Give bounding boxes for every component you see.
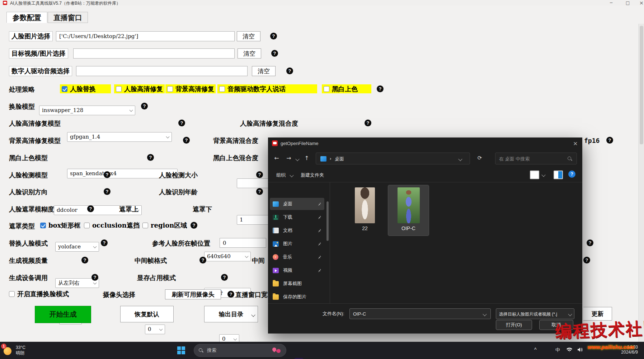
audio-drive-input[interactable] bbox=[76, 66, 248, 76]
restore-defaults-button[interactable]: 恢复默认 bbox=[120, 306, 174, 322]
help-strategy-icon[interactable]: ? bbox=[377, 85, 384, 92]
sidebar-item-saved-pictures[interactable]: 保存的图片 bbox=[270, 291, 324, 303]
open-button[interactable]: 打开(O) bbox=[496, 320, 532, 330]
clear-target-video-button[interactable]: 清空 bbox=[238, 48, 261, 59]
preview-pane-icon[interactable] bbox=[554, 171, 563, 179]
speaker-icon[interactable] bbox=[577, 347, 583, 354]
help-mid-frame-icon[interactable]: ? bbox=[199, 257, 206, 264]
clear-audio-button[interactable]: 清空 bbox=[252, 66, 276, 76]
help-cut-icon[interactable]: ? bbox=[583, 257, 590, 264]
wifi-icon[interactable] bbox=[566, 347, 573, 354]
tray-chevron-icon[interactable]: ^ bbox=[534, 347, 537, 353]
help-colorize-icon[interactable]: ? bbox=[147, 154, 154, 161]
live-swap-checkbox[interactable]: 开启直播换脸模式 bbox=[9, 289, 69, 298]
help-replace-mode-icon[interactable]: ? bbox=[101, 239, 108, 246]
tab-live-window[interactable]: 直播窗口 bbox=[48, 12, 88, 23]
help-reference-frame-icon[interactable]: ? bbox=[587, 239, 593, 246]
nav-up-icon[interactable]: ↑ bbox=[302, 155, 311, 162]
filename-combo[interactable]: OIP-C bbox=[349, 308, 491, 319]
address-dropdown-chevron-icon[interactable] bbox=[458, 157, 462, 161]
strategy-audio-digital-human[interactable]: 音频驱动数字人说话 bbox=[217, 84, 317, 93]
sidebar-item-music[interactable]: ♪ 音乐 bbox=[270, 251, 324, 263]
minimize-button[interactable]: ─ bbox=[610, 0, 612, 5]
mask-type-box[interactable]: box矩形框 bbox=[40, 221, 80, 230]
help-camera-icon[interactable]: ? bbox=[227, 291, 234, 298]
help-target-video-icon[interactable]: ? bbox=[271, 50, 278, 57]
checkbox-icon[interactable] bbox=[116, 86, 122, 92]
help-face-restore-blend-icon[interactable]: ? bbox=[365, 120, 371, 126]
sidebar-item-videos[interactable]: 视频 bbox=[270, 264, 324, 276]
view-thumbnails-icon[interactable] bbox=[530, 171, 539, 179]
maximize-button[interactable]: □ bbox=[626, 0, 630, 5]
checkbox-icon[interactable] bbox=[84, 223, 90, 228]
help-fp16-icon[interactable]: ? bbox=[606, 137, 613, 144]
reference-frame-input[interactable]: 0 bbox=[220, 238, 266, 248]
strategy-colorize[interactable]: 黑白上色 bbox=[322, 84, 371, 93]
start-button[interactable] bbox=[175, 344, 187, 356]
checkbox-icon[interactable] bbox=[324, 86, 329, 92]
weather-widget[interactable]: 1 33°C 晴朗 bbox=[2, 344, 45, 357]
filetype-combo[interactable]: 选择目标人脸图片或者视频 (*.j bbox=[496, 308, 574, 319]
sidebar-scrollbar[interactable] bbox=[326, 201, 329, 241]
dialog-help-icon[interactable]: ? bbox=[568, 171, 575, 178]
nav-forward-icon[interactable]: → bbox=[285, 155, 293, 162]
sidebar-item-desktop[interactable]: 桌面 bbox=[270, 198, 324, 210]
sidebar-item-screenshots[interactable]: 屏幕截图 bbox=[270, 278, 324, 290]
main-scrollbar-thumb[interactable] bbox=[640, 26, 643, 144]
mask-type-region[interactable]: region区域 bbox=[142, 221, 187, 230]
sidebar-item-pictures[interactable]: 图片 bbox=[270, 238, 324, 250]
checkbox-icon[interactable] bbox=[142, 223, 148, 228]
new-folder-button[interactable]: 新建文件夹 bbox=[301, 172, 324, 178]
address-bar[interactable]: › 桌面 bbox=[316, 153, 470, 164]
checkbox-icon[interactable] bbox=[167, 86, 173, 92]
help-bg-restore-icon[interactable]: ? bbox=[183, 137, 190, 144]
help-detect-size-icon[interactable]: ? bbox=[256, 171, 263, 178]
swap-model-select[interactable]: inswapper_128 bbox=[39, 106, 135, 115]
help-face-restore-icon[interactable]: ? bbox=[178, 120, 185, 126]
detect-size-select[interactable]: 640x640 bbox=[204, 252, 251, 261]
organize-button[interactable]: 组织 bbox=[276, 172, 286, 178]
detect-model-select[interactable]: yoloface bbox=[55, 242, 99, 252]
strategy-bg-restore[interactable]: 背景高清修复 bbox=[165, 84, 216, 93]
refresh-camera-button[interactable]: 刷新可用摄像头 bbox=[165, 289, 221, 299]
checkbox-checked-icon[interactable] bbox=[40, 223, 46, 228]
help-detect-model-icon[interactable]: ? bbox=[104, 171, 111, 178]
target-video-input[interactable] bbox=[73, 48, 235, 59]
help-swap-model-icon[interactable]: ? bbox=[141, 103, 148, 109]
ime-indicator[interactable]: 中 bbox=[555, 347, 560, 353]
checkbox-icon[interactable] bbox=[9, 291, 15, 297]
taskbar-search[interactable]: 搜索 bbox=[194, 344, 286, 357]
help-device-icon[interactable]: ? bbox=[91, 274, 98, 281]
refresh-icon[interactable]: ⟳ bbox=[475, 155, 484, 161]
breadcrumb-desktop[interactable]: 桌面 bbox=[335, 156, 344, 162]
start-generate-button[interactable]: 开始生成 bbox=[35, 306, 91, 323]
output-dir-button[interactable]: 输出目录 bbox=[204, 306, 258, 322]
help-age-icon[interactable]: ? bbox=[256, 188, 263, 195]
file-tile-oipc[interactable]: OIP-C bbox=[388, 185, 429, 236]
help-direction-icon[interactable]: ? bbox=[104, 188, 111, 195]
help-mask-blur-icon[interactable]: ? bbox=[87, 205, 94, 212]
view-chevron-icon[interactable] bbox=[541, 173, 545, 177]
help-audio-icon[interactable]: ? bbox=[286, 67, 293, 74]
taskbar-premiere-icon[interactable]: Pr PRE bbox=[293, 356, 305, 359]
checkbox-icon[interactable] bbox=[219, 86, 225, 92]
clear-face-image-button[interactable]: 清空 bbox=[237, 31, 260, 41]
help-mask-type-icon[interactable]: ? bbox=[191, 222, 197, 229]
nav-back-icon[interactable]: ← bbox=[272, 155, 281, 162]
sidebar-item-documents[interactable]: 文档 bbox=[270, 224, 324, 237]
mask-up-select[interactable]: 0 bbox=[145, 325, 165, 334]
search-box[interactable]: 在 桌面 中搜索 bbox=[495, 153, 577, 164]
strategy-face-restore[interactable]: 人脸高清修复 bbox=[114, 84, 165, 93]
nav-recent-chevron-icon[interactable] bbox=[296, 158, 299, 160]
strategy-face-swap[interactable]: 人脸替换 bbox=[60, 84, 111, 93]
mask-type-occlusion[interactable]: occlusion遮挡 bbox=[84, 221, 140, 230]
checkbox-checked-icon[interactable] bbox=[62, 86, 67, 92]
dialog-close-icon[interactable]: × bbox=[573, 140, 578, 147]
file-tile-22[interactable]: 22 bbox=[345, 185, 385, 234]
main-scrollbar[interactable] bbox=[638, 24, 644, 342]
help-quality-icon[interactable]: ? bbox=[81, 257, 88, 264]
sidebar-item-downloads[interactable]: 下载 bbox=[270, 211, 324, 223]
face-restore-model-select[interactable]: gfpgan_1.4 bbox=[67, 132, 172, 142]
face-image-input[interactable]: ['C:/Users/1/Desktop/22.jpg'] bbox=[56, 31, 235, 41]
help-face-image-icon[interactable]: ? bbox=[270, 33, 277, 39]
